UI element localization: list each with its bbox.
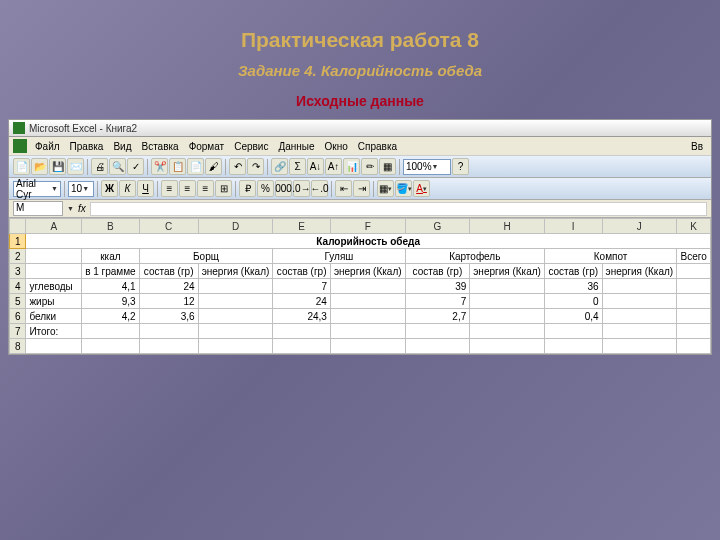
row-header[interactable]: 2 [10,249,26,264]
cell[interactable] [677,324,711,339]
cell[interactable]: ккал [82,249,140,264]
redo-button[interactable]: ↷ [247,158,264,175]
cell[interactable] [677,294,711,309]
row-header[interactable]: 8 [10,339,26,354]
cell[interactable]: в 1 грамме [82,264,140,279]
menu-help[interactable]: Справка [354,140,401,153]
row-header[interactable]: 4 [10,279,26,294]
select-all-corner[interactable] [10,219,26,234]
menu-file[interactable]: Файл [31,140,64,153]
inc-decimal-button[interactable]: .0→ [293,180,310,197]
col-header[interactable]: E [273,219,331,234]
col-header[interactable]: H [470,219,545,234]
sum-button[interactable]: Σ [289,158,306,175]
col-header[interactable]: G [405,219,470,234]
mail-button[interactable]: ✉️ [67,158,84,175]
cell[interactable] [677,309,711,324]
cell[interactable] [330,309,405,324]
menu-insert[interactable]: Вставка [137,140,182,153]
cell[interactable] [544,339,602,354]
menu-right[interactable]: Вв [687,140,707,153]
menu-window[interactable]: Окно [321,140,352,153]
cell[interactable]: белки [26,309,82,324]
cell[interactable] [470,324,545,339]
cell[interactable] [82,324,140,339]
cell[interactable]: 0,4 [544,309,602,324]
fill-color-button[interactable]: 🪣▾ [395,180,412,197]
row-header[interactable]: 6 [10,309,26,324]
dec-decimal-button[interactable]: ←.0 [311,180,328,197]
col-header[interactable]: K [677,219,711,234]
borders-button[interactable]: ▦ [379,158,396,175]
cell[interactable]: Картофель [405,249,544,264]
cell[interactable] [602,309,677,324]
cell[interactable]: 24 [273,294,331,309]
col-header[interactable]: I [544,219,602,234]
underline-button[interactable]: Ч [137,180,154,197]
cell[interactable] [139,324,198,339]
cell[interactable] [198,324,273,339]
cell[interactable]: 39 [405,279,470,294]
menu-data[interactable]: Данные [274,140,318,153]
row-header[interactable]: 5 [10,294,26,309]
cell[interactable]: состав (гр) [273,264,331,279]
copy-button[interactable]: 📋 [169,158,186,175]
zoom-combo[interactable]: 100%▼ [403,159,451,175]
cell[interactable] [82,339,140,354]
bold-button[interactable]: Ж [101,180,118,197]
name-dropdown-icon[interactable]: ▼ [67,205,74,212]
cell[interactable] [273,339,331,354]
cell[interactable]: состав (гр) [139,264,198,279]
cell[interactable] [405,339,470,354]
print-button[interactable]: 🖨 [91,158,108,175]
sort-asc-button[interactable]: A↓ [307,158,324,175]
cell[interactable] [198,339,273,354]
cell[interactable]: 7 [405,294,470,309]
cell[interactable]: Компот [544,249,676,264]
spell-button[interactable]: ✓ [127,158,144,175]
cell[interactable] [602,339,677,354]
col-header[interactable]: F [330,219,405,234]
cell[interactable] [330,294,405,309]
fx-button[interactable]: fx [78,203,86,214]
cell[interactable]: 12 [139,294,198,309]
cell[interactable] [677,279,711,294]
cell[interactable]: 4,2 [82,309,140,324]
dec-indent-button[interactable]: ⇤ [335,180,352,197]
currency-button[interactable]: ₽ [239,180,256,197]
help-button[interactable]: ? [452,158,469,175]
cell[interactable] [330,279,405,294]
cell[interactable]: 24 [139,279,198,294]
cell[interactable] [330,324,405,339]
menu-tools[interactable]: Сервис [230,140,272,153]
cell[interactable]: энергия (Ккал) [330,264,405,279]
app-menu-icon[interactable] [13,139,27,153]
name-box[interactable]: M [13,201,63,216]
font-color-button[interactable]: A▾ [413,180,430,197]
row-header[interactable]: 3 [10,264,26,279]
borders-dd-button[interactable]: ▦▾ [377,180,394,197]
cell[interactable]: энергия (Ккал) [470,264,545,279]
font-combo[interactable]: Arial Cyr▼ [13,181,61,197]
formula-input[interactable] [90,202,707,216]
cell[interactable]: 0 [544,294,602,309]
cell[interactable]: 24,3 [273,309,331,324]
cell[interactable] [26,264,82,279]
undo-button[interactable]: ↶ [229,158,246,175]
cell[interactable]: Всего [677,249,711,264]
cell[interactable]: углеводы [26,279,82,294]
cell[interactable] [198,279,273,294]
cell[interactable] [602,279,677,294]
inc-indent-button[interactable]: ⇥ [353,180,370,197]
cell[interactable] [544,324,602,339]
size-combo[interactable]: 10▼ [68,181,94,197]
col-header[interactable]: B [82,219,140,234]
italic-button[interactable]: К [119,180,136,197]
cell[interactable]: Гуляш [273,249,405,264]
cell[interactable]: жиры [26,294,82,309]
comma-button[interactable]: 000 [275,180,292,197]
cell[interactable]: энергия (Ккал) [602,264,677,279]
cell[interactable] [677,264,711,279]
cell[interactable] [470,294,545,309]
cell[interactable] [602,324,677,339]
